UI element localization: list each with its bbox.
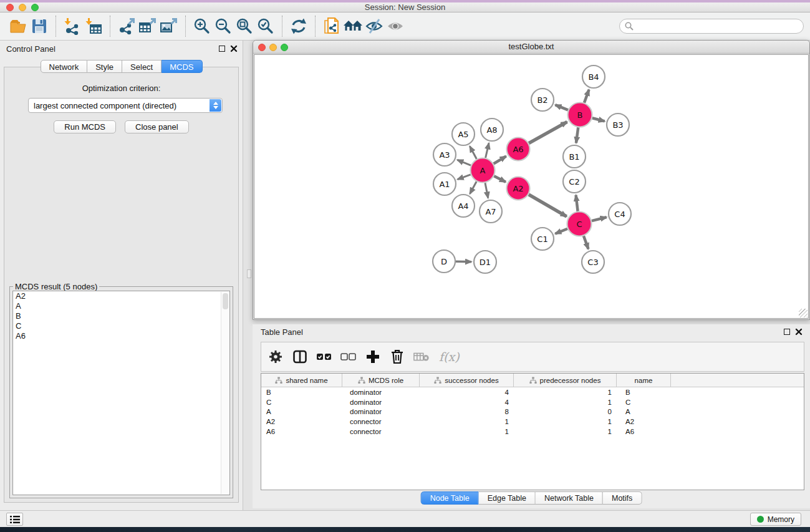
columns-icon[interactable] bbox=[292, 348, 308, 365]
home-icon[interactable] bbox=[342, 16, 364, 37]
mcds-result-list[interactable]: A2ABCA6 bbox=[12, 291, 230, 495]
float-panel-icon[interactable] bbox=[219, 46, 225, 52]
show-eye-icon[interactable] bbox=[385, 16, 406, 37]
table-row[interactable]: Bdominator41B bbox=[261, 387, 804, 397]
edge-B-B1[interactable] bbox=[576, 127, 578, 143]
table-cell[interactable]: 4 bbox=[420, 389, 514, 396]
network-close-button[interactable] bbox=[258, 44, 266, 51]
tab-mcds[interactable]: MCDS bbox=[162, 60, 202, 73]
column-header-shared-name[interactable]: shared name bbox=[261, 374, 342, 387]
zoom-selected-icon[interactable] bbox=[255, 16, 276, 37]
table-cell[interactable]: A2 bbox=[617, 418, 671, 425]
edge-B-B4[interactable] bbox=[584, 90, 589, 103]
edge-A2-C[interactable] bbox=[529, 195, 567, 216]
edge-C-C4[interactable] bbox=[592, 217, 607, 221]
table-cell[interactable]: 1 bbox=[514, 399, 617, 406]
table-cell[interactable]: B bbox=[617, 389, 671, 396]
table-row[interactable]: A6connector11A6 bbox=[261, 427, 804, 437]
table-cell[interactable]: connector bbox=[342, 418, 420, 425]
edge-A-A3[interactable] bbox=[457, 160, 471, 165]
column-header-successor-nodes[interactable]: successor nodes bbox=[420, 374, 514, 387]
table-cell[interactable]: connector bbox=[342, 428, 420, 435]
table-row[interactable]: A2connector11A2 bbox=[261, 417, 804, 427]
hide-eye-icon[interactable] bbox=[364, 16, 385, 37]
tab-network[interactable]: Network bbox=[40, 60, 87, 73]
table-cell[interactable]: B bbox=[261, 389, 342, 396]
resize-grip-icon[interactable] bbox=[799, 309, 808, 317]
table-cell[interactable]: C bbox=[617, 399, 671, 406]
table-cell[interactable]: 0 bbox=[514, 408, 617, 415]
table-cell[interactable]: 1 bbox=[420, 428, 514, 435]
export-network-icon[interactable] bbox=[116, 16, 137, 37]
minimize-window-button[interactable] bbox=[19, 4, 26, 11]
edge-A-A7[interactable] bbox=[485, 183, 488, 198]
network-zoom-button[interactable] bbox=[281, 44, 288, 51]
refresh-icon[interactable] bbox=[288, 16, 309, 37]
search-input[interactable] bbox=[637, 20, 803, 32]
result-scrollbar[interactable] bbox=[221, 292, 229, 494]
add-column-icon[interactable] bbox=[365, 348, 381, 365]
table-cell[interactable]: C bbox=[261, 399, 342, 406]
table-cell[interactable]: 1 bbox=[514, 428, 617, 435]
table-cell[interactable]: 1 bbox=[514, 389, 617, 396]
close-panel-button[interactable]: Close panel bbox=[125, 120, 189, 133]
close-panel-icon[interactable] bbox=[230, 45, 238, 52]
close-table-panel-icon[interactable] bbox=[795, 328, 803, 336]
table-cell[interactable]: dominator bbox=[342, 389, 420, 396]
column-header-name[interactable]: name bbox=[617, 374, 671, 387]
edge-C-C3[interactable] bbox=[584, 236, 589, 249]
result-item[interactable]: A2 bbox=[13, 291, 229, 301]
tab-edge-table[interactable]: Edge Table bbox=[479, 491, 536, 505]
run-mcds-button[interactable]: Run MCDS bbox=[54, 120, 116, 133]
edge-A-A1[interactable] bbox=[458, 175, 471, 180]
task-history-button[interactable] bbox=[6, 513, 23, 526]
result-item[interactable]: C bbox=[13, 321, 229, 331]
open-folder-icon[interactable] bbox=[7, 16, 29, 37]
table-cell[interactable]: A bbox=[617, 408, 671, 415]
criterion-dropdown[interactable]: largest connected component (directed) bbox=[28, 98, 223, 113]
tab-motifs[interactable]: Motifs bbox=[603, 491, 642, 505]
table-row[interactable]: Cdominator41C bbox=[261, 397, 804, 407]
zoom-window-button[interactable] bbox=[31, 4, 39, 11]
export-table-icon[interactable] bbox=[137, 16, 158, 37]
table-cell[interactable]: A2 bbox=[261, 418, 342, 425]
edge-B-B2[interactable] bbox=[555, 105, 568, 110]
gear-icon[interactable] bbox=[268, 348, 284, 365]
result-item[interactable]: A6 bbox=[13, 331, 229, 341]
zoom-in-icon[interactable] bbox=[191, 16, 213, 37]
close-window-button[interactable] bbox=[6, 4, 14, 11]
table-cell[interactable]: A bbox=[261, 408, 342, 415]
edge-A-A5[interactable] bbox=[470, 146, 476, 159]
table-cell[interactable]: 8 bbox=[420, 408, 514, 415]
table-cell[interactable]: dominator bbox=[342, 408, 420, 415]
edge-A-A4[interactable] bbox=[470, 181, 477, 194]
import-table-icon[interactable] bbox=[83, 16, 104, 37]
table-row[interactable]: Adominator80A bbox=[261, 407, 804, 417]
edge-C-C1[interactable] bbox=[555, 229, 567, 234]
import-network-icon[interactable] bbox=[62, 16, 83, 37]
table-cell[interactable]: A6 bbox=[261, 428, 342, 435]
tab-network-table[interactable]: Network Table bbox=[536, 491, 603, 505]
table-cell[interactable]: 1 bbox=[514, 418, 617, 425]
memory-button[interactable]: Memory bbox=[750, 513, 801, 526]
export-image-icon[interactable] bbox=[158, 16, 180, 37]
deselect-all-checkboxes-icon[interactable] bbox=[340, 348, 357, 365]
float-table-panel-icon[interactable] bbox=[784, 329, 790, 335]
column-header-predecessor-nodes[interactable]: predecessor nodes bbox=[514, 374, 617, 387]
node-table[interactable]: shared nameMCDS rolesuccessor nodesprede… bbox=[261, 373, 804, 490]
tab-select[interactable]: Select bbox=[122, 60, 162, 73]
result-item[interactable]: A bbox=[13, 301, 229, 311]
network-minimize-button[interactable] bbox=[269, 44, 277, 51]
select-all-checkboxes-icon[interactable] bbox=[316, 348, 332, 365]
save-icon[interactable] bbox=[29, 16, 50, 37]
column-header-MCDS-role[interactable]: MCDS role bbox=[342, 374, 420, 387]
edge-A-A8[interactable] bbox=[486, 143, 489, 158]
splitter-handle[interactable] bbox=[247, 269, 251, 278]
table-cell[interactable]: dominator bbox=[342, 399, 420, 406]
edge-A6-B[interactable] bbox=[529, 122, 567, 143]
network-canvas[interactable]: AA1A2A3A4A5A6A7A8BB1B2B3B4CC1C2C3C4DD1 bbox=[254, 54, 809, 319]
tab-node-table[interactable]: Node Table bbox=[421, 491, 479, 505]
network-from-file-icon[interactable] bbox=[321, 16, 342, 37]
zoom-fit-icon[interactable] bbox=[234, 16, 255, 37]
edge-C-C2[interactable] bbox=[576, 195, 578, 211]
